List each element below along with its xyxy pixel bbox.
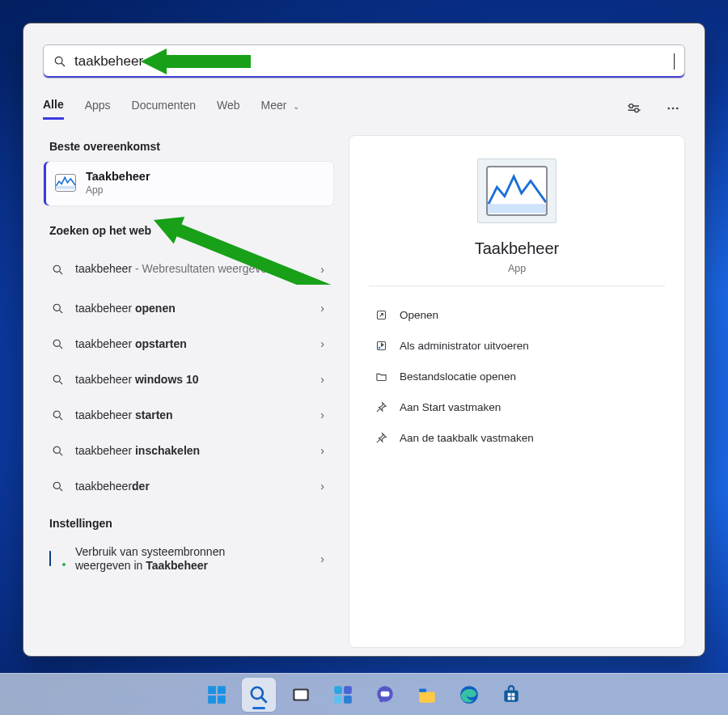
- taskbar-widgets[interactable]: [326, 678, 360, 712]
- chevron-right-icon: ›: [320, 444, 324, 457]
- settings-result[interactable]: Verbruik van systeembronnen weergeven in…: [43, 538, 334, 580]
- search-settings-icon[interactable]: [622, 96, 646, 121]
- svg-rect-41: [344, 696, 352, 704]
- search-icon: [49, 338, 66, 350]
- search-tabs: Alle Apps Documenten Web Meer ⌄: [43, 96, 685, 121]
- svg-line-11: [59, 310, 62, 313]
- admin-icon: [374, 340, 388, 352]
- web-result[interactable]: taakbeheer - Webresultaten weergeven›: [43, 248, 334, 290]
- more-options-icon[interactable]: [661, 96, 685, 121]
- preview-title: Taakbeheer: [475, 239, 560, 258]
- svg-line-13: [59, 345, 62, 349]
- search-icon: [49, 480, 66, 493]
- search-input[interactable]: [74, 53, 674, 70]
- web-result-label: taakbeheer inschakelen: [75, 444, 311, 457]
- search-icon: [49, 374, 66, 386]
- web-result[interactable]: taakbeheer openen›: [43, 290, 334, 326]
- svg-rect-33: [218, 696, 226, 704]
- svg-point-34: [252, 687, 263, 698]
- svg-line-27: [376, 439, 379, 442]
- svg-rect-31: [218, 686, 226, 694]
- action-pin[interactable]: Aan Start vastmaken: [369, 391, 665, 422]
- taakbeheer-icon: [55, 174, 76, 192]
- web-result[interactable]: taakbeheer windows 10›: [43, 362, 334, 397]
- svg-rect-37: [294, 690, 307, 699]
- preview-icon: [477, 159, 557, 223]
- preview-subtitle: App: [508, 263, 526, 274]
- tab-more-label: Meer: [261, 99, 287, 112]
- results-left-pane: Beste overeenkomst Taakbeheer App Zoeken…: [43, 135, 334, 648]
- tab-more[interactable]: Meer ⌄: [261, 99, 300, 118]
- tab-web[interactable]: Web: [217, 99, 240, 118]
- web-result[interactable]: taakbeheer starten›: [43, 397, 334, 433]
- settings-result-label: Verbruik van systeembronnen weergeven in…: [75, 545, 311, 573]
- action-label: Aan de taakbalk vastmaken: [400, 432, 534, 444]
- folder-icon: [374, 370, 388, 383]
- search-icon: [53, 55, 66, 68]
- svg-line-17: [59, 417, 62, 420]
- taskbar-store[interactable]: [494, 678, 528, 712]
- svg-rect-44: [419, 688, 426, 692]
- svg-line-21: [59, 488, 62, 491]
- svg-point-25: [378, 346, 380, 349]
- action-folder[interactable]: Bestandslocatie openen: [369, 361, 665, 391]
- svg-rect-32: [208, 696, 216, 704]
- taskbar-start[interactable]: [200, 678, 234, 712]
- search-icon: [49, 302, 66, 315]
- system-monitor-icon: [49, 552, 66, 566]
- chevron-right-icon: ›: [320, 480, 324, 493]
- svg-line-19: [59, 452, 62, 455]
- best-match-subtitle: App: [86, 184, 150, 196]
- svg-line-35: [261, 697, 267, 703]
- tab-all[interactable]: Alle: [43, 98, 64, 120]
- svg-line-9: [59, 271, 62, 274]
- taskbar-file-explorer[interactable]: [410, 678, 444, 712]
- svg-point-3: [635, 108, 639, 112]
- search-box[interactable]: [43, 44, 685, 78]
- web-result-label: taakbeheer - Webresultaten weergeven: [75, 262, 311, 277]
- svg-rect-38: [334, 686, 342, 694]
- tab-apps[interactable]: Apps: [85, 99, 111, 118]
- web-result[interactable]: taakbeheer opstarten›: [43, 326, 334, 362]
- svg-point-4: [667, 108, 670, 110]
- taskbar-search[interactable]: [242, 678, 276, 712]
- svg-rect-46: [504, 690, 518, 701]
- svg-point-2: [629, 104, 633, 108]
- chevron-right-icon: ›: [320, 302, 324, 315]
- svg-rect-43: [381, 691, 390, 696]
- svg-point-0: [55, 57, 62, 64]
- best-match-title: Taakbeheer: [86, 170, 150, 183]
- web-result-label: taakbeheerder: [75, 480, 311, 493]
- svg-point-6: [676, 108, 679, 110]
- action-label: Aan Start vastmaken: [400, 401, 501, 413]
- web-result-label: taakbeheer openen: [75, 302, 311, 315]
- section-settings: Instellingen: [43, 512, 334, 538]
- svg-line-26: [376, 408, 379, 412]
- taskbar-task-view[interactable]: [284, 678, 318, 712]
- action-open[interactable]: Openen: [369, 299, 665, 330]
- svg-point-12: [53, 340, 60, 346]
- svg-point-20: [53, 482, 60, 489]
- svg-rect-39: [344, 686, 352, 694]
- best-match-result[interactable]: Taakbeheer App: [43, 161, 334, 206]
- action-pin[interactable]: Aan de taakbalk vastmaken: [369, 422, 665, 453]
- action-label: Openen: [400, 309, 438, 321]
- web-result[interactable]: taakbeheerder›: [43, 468, 334, 504]
- taskbar-edge[interactable]: [452, 678, 486, 712]
- preview-pane: Taakbeheer App OpenenAls administrator u…: [349, 135, 685, 648]
- action-admin[interactable]: Als administrator uitvoeren: [369, 330, 665, 361]
- web-results-list: taakbeheer - Webresultaten weergeven›taa…: [43, 248, 334, 504]
- svg-rect-48: [512, 692, 515, 696]
- svg-rect-22: [488, 204, 546, 213]
- search-results: Beste overeenkomst Taakbeheer App Zoeken…: [43, 135, 685, 648]
- web-result[interactable]: taakbeheer inschakelen›: [43, 433, 334, 468]
- section-best-match: Beste overeenkomst: [43, 135, 334, 161]
- tab-documents[interactable]: Documenten: [132, 99, 196, 118]
- svg-line-15: [59, 381, 62, 384]
- action-label: Bestandslocatie openen: [400, 370, 516, 383]
- search-icon: [49, 445, 66, 457]
- section-web: Zoeken op het web: [43, 219, 334, 245]
- taskbar-chat[interactable]: [368, 678, 402, 712]
- svg-line-1: [61, 63, 65, 66]
- chevron-right-icon: ›: [320, 337, 324, 350]
